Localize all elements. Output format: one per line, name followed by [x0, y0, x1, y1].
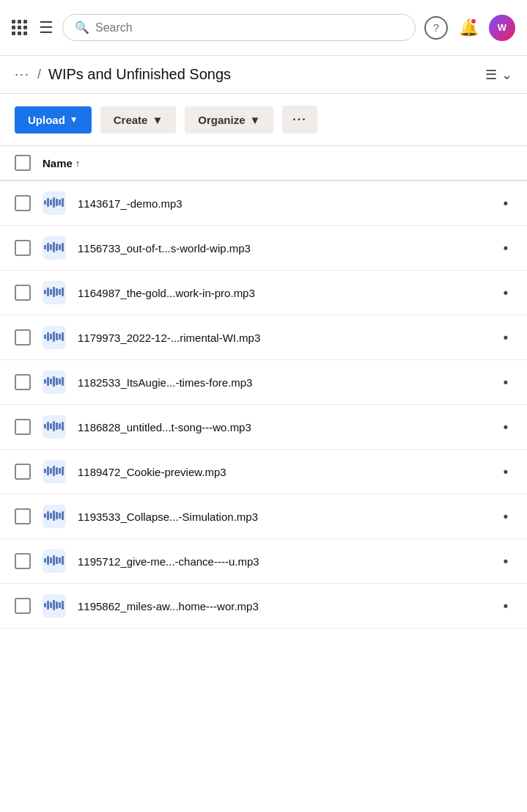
- file-more-button[interactable]: •: [499, 461, 512, 483]
- svg-rect-17: [47, 288, 49, 296]
- chevron-down-icon[interactable]: ⌄: [501, 67, 512, 83]
- file-checkbox[interactable]: [15, 285, 31, 301]
- name-column-header[interactable]: Name ↑: [43, 157, 80, 169]
- svg-rect-41: [47, 422, 49, 431]
- file-checkbox[interactable]: [15, 553, 31, 569]
- svg-rect-12: [56, 244, 58, 251]
- create-button[interactable]: Create ▼: [100, 106, 177, 133]
- svg-rect-45: [59, 423, 61, 429]
- svg-rect-28: [56, 333, 58, 340]
- svg-rect-38: [62, 377, 64, 386]
- svg-rect-49: [47, 467, 49, 475]
- upload-button[interactable]: Upload ▼: [15, 106, 92, 133]
- file-checkbox[interactable]: [15, 419, 31, 435]
- file-icon: [43, 549, 66, 573]
- svg-rect-22: [62, 288, 64, 296]
- file-row[interactable]: 1179973_2022-12-...rimental-WI.mp3•: [0, 315, 527, 360]
- file-more-button[interactable]: •: [499, 372, 512, 393]
- file-checkbox[interactable]: [15, 598, 31, 614]
- svg-rect-74: [50, 602, 52, 608]
- menu-icon[interactable]: ☰: [39, 18, 54, 37]
- svg-rect-70: [62, 556, 64, 565]
- svg-rect-25: [47, 332, 49, 341]
- svg-rect-27: [53, 332, 55, 342]
- svg-rect-73: [47, 601, 49, 610]
- file-name: 1189472_Cookie-preview.mp3: [78, 466, 487, 478]
- file-row[interactable]: 1143617_-demo.mp3•: [0, 181, 527, 226]
- file-checkbox[interactable]: [15, 508, 31, 524]
- file-more-button[interactable]: •: [499, 238, 512, 259]
- create-label: Create: [114, 114, 148, 126]
- file-more-button[interactable]: •: [499, 193, 512, 214]
- file-icon: [43, 594, 66, 618]
- file-row[interactable]: 1182533_ItsAugie...-times-fore.mp3•: [0, 360, 527, 405]
- file-checkbox[interactable]: [15, 329, 31, 345]
- svg-rect-3: [53, 197, 55, 208]
- svg-rect-18: [50, 289, 52, 295]
- file-row[interactable]: 1189472_Cookie-preview.mp3•: [0, 450, 527, 494]
- svg-rect-34: [50, 378, 52, 384]
- file-list: Name ↑ 1143617_-demo.mp3•1156733_out-of-…: [0, 146, 527, 629]
- svg-rect-65: [47, 556, 49, 565]
- svg-rect-51: [53, 466, 55, 476]
- svg-rect-40: [44, 424, 46, 428]
- file-name: 1143617_-demo.mp3: [78, 197, 487, 210]
- app-header: ☰ 🔍 ? 🔔 W: [0, 0, 527, 56]
- search-bar[interactable]: 🔍: [62, 14, 416, 41]
- file-row[interactable]: 1193533_Collapse...-Simulation.mp3•: [0, 494, 527, 539]
- upload-label: Upload: [28, 114, 65, 126]
- breadcrumb-title: WIPs and Unfinished Songs: [48, 66, 478, 83]
- help-button[interactable]: ?: [424, 16, 448, 40]
- file-checkbox[interactable]: [15, 464, 31, 480]
- svg-rect-30: [62, 332, 64, 341]
- file-more-button[interactable]: •: [499, 327, 512, 348]
- file-more-button[interactable]: •: [499, 596, 512, 617]
- file-checkbox[interactable]: [15, 374, 31, 390]
- svg-rect-4: [56, 199, 58, 206]
- file-row[interactable]: 1186828_untitled...t-song---wo.mp3•: [0, 405, 527, 450]
- more-options-button[interactable]: ···: [282, 106, 317, 133]
- svg-rect-78: [62, 601, 64, 610]
- svg-rect-43: [53, 421, 55, 431]
- notifications-button[interactable]: 🔔: [457, 16, 480, 40]
- svg-rect-61: [59, 513, 61, 519]
- breadcrumb-dots[interactable]: ···: [15, 67, 30, 82]
- file-checkbox[interactable]: [15, 240, 31, 256]
- organize-label: Organize: [198, 114, 245, 126]
- file-row[interactable]: 1156733_out-of-t...s-world-wip.mp3•: [0, 226, 527, 271]
- header-actions: ? 🔔 W: [424, 15, 515, 41]
- file-more-button[interactable]: •: [499, 282, 512, 304]
- select-all-checkbox[interactable]: [15, 155, 31, 171]
- file-name: 1193533_Collapse...-Simulation.mp3: [78, 511, 487, 523]
- apps-icon[interactable]: [12, 20, 27, 35]
- file-checkbox[interactable]: [15, 195, 31, 211]
- create-chevron-icon: ▼: [152, 114, 163, 126]
- file-more-button[interactable]: •: [499, 417, 512, 438]
- svg-rect-8: [44, 245, 46, 249]
- file-row[interactable]: 1195862_miles-aw...home---wor.mp3•: [0, 584, 527, 629]
- organize-button[interactable]: Organize ▼: [185, 106, 273, 133]
- svg-rect-56: [44, 513, 46, 518]
- file-row[interactable]: 1164987_the-gold...work-in-pro.mp3•: [0, 271, 527, 315]
- svg-rect-72: [44, 603, 46, 607]
- file-icon: [43, 460, 66, 483]
- search-input[interactable]: [95, 21, 403, 34]
- file-more-button[interactable]: •: [499, 506, 512, 527]
- avatar[interactable]: W: [489, 15, 515, 41]
- svg-rect-14: [62, 243, 64, 252]
- svg-rect-5: [59, 200, 61, 205]
- svg-rect-64: [44, 558, 46, 563]
- file-row[interactable]: 1195712_give-me...-chance----u.mp3•: [0, 539, 527, 584]
- svg-rect-77: [59, 602, 61, 608]
- svg-rect-54: [62, 467, 64, 475]
- svg-rect-35: [53, 376, 55, 387]
- view-options-icon[interactable]: ☰: [485, 67, 497, 83]
- file-icon: [43, 505, 66, 528]
- file-icon: [43, 236, 66, 260]
- svg-rect-36: [56, 378, 58, 385]
- upload-chevron-icon: ▼: [70, 114, 78, 125]
- file-name: 1179973_2022-12-...rimental-WI.mp3: [78, 332, 487, 344]
- sort-ascending-icon: ↑: [75, 158, 81, 169]
- file-more-button[interactable]: •: [499, 551, 512, 572]
- svg-rect-48: [44, 469, 46, 473]
